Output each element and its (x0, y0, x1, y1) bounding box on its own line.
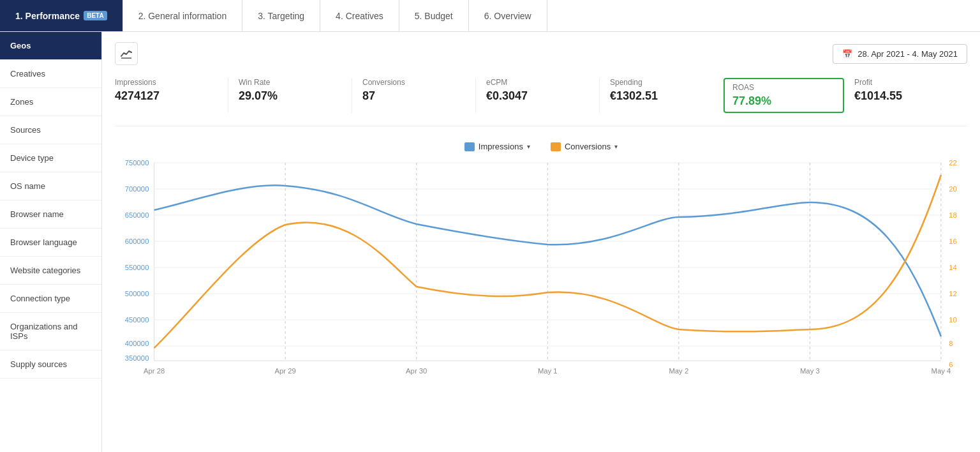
svg-text:14: 14 (949, 264, 957, 271)
metric-roas: ROAS 77.89% (724, 78, 844, 113)
svg-text:May 3: May 3 (800, 367, 820, 375)
conversions-value: 87 (362, 89, 465, 103)
profit-value: €1014.55 (854, 89, 957, 103)
chart-toggle-button[interactable] (115, 42, 138, 65)
svg-text:16: 16 (949, 237, 957, 245)
svg-text:May 1: May 1 (538, 367, 558, 375)
tab-overview[interactable]: 6. Overview (469, 0, 547, 31)
tab-general-label: 2. General information (138, 11, 227, 21)
sidebar-item-device-type[interactable]: Device type (0, 144, 101, 172)
svg-text:May 2: May 2 (669, 367, 688, 375)
legend-conversions-chevron: ▾ (614, 143, 618, 150)
spending-value: €1302.51 (610, 89, 713, 103)
sidebar-item-browser-language[interactable]: Browser language (0, 229, 101, 257)
svg-text:8: 8 (949, 340, 953, 347)
legend-impressions[interactable]: Impressions ▾ (464, 142, 530, 151)
conversions-label: Conversions (362, 78, 465, 87)
date-picker-button[interactable]: 📅 28. Apr 2021 - 4. May 2021 (833, 44, 967, 64)
svg-text:600000: 600000 (125, 237, 149, 245)
sidebar-item-zones[interactable]: Zones (0, 88, 101, 116)
svg-text:350000: 350000 (125, 354, 149, 362)
sidebar-item-geos[interactable]: Geos (0, 32, 101, 60)
svg-text:750000: 750000 (125, 159, 149, 167)
svg-text:18: 18 (949, 211, 957, 219)
main-layout: Geos Creatives Zones Sources Device type… (0, 32, 980, 452)
ecpm-value: €0.3047 (486, 89, 589, 103)
legend-impressions-chevron: ▾ (527, 143, 530, 150)
svg-text:20: 20 (949, 185, 957, 193)
legend-conversions-label: Conversions (565, 142, 611, 151)
svg-text:700000: 700000 (125, 185, 149, 193)
beta-badge: BETA (84, 11, 107, 20)
svg-text:Apr 30: Apr 30 (406, 367, 427, 375)
metric-conversions: Conversions 87 (352, 78, 476, 113)
svg-text:500000: 500000 (125, 290, 149, 298)
svg-text:450000: 450000 (125, 316, 149, 324)
legend-impressions-label: Impressions (479, 142, 523, 151)
svg-text:Apr 28: Apr 28 (144, 367, 165, 375)
date-range-label: 28. Apr 2021 - 4. May 2021 (858, 49, 958, 59)
tab-targeting-label: 3. Targeting (258, 11, 304, 21)
legend-dot-impressions (464, 142, 475, 151)
impressions-label: Impressions (115, 78, 218, 87)
sidebar-item-connection-type[interactable]: Connection type (0, 285, 101, 313)
sidebar-item-creatives[interactable]: Creatives (0, 60, 101, 88)
metrics-row: Impressions 4274127 Win Rate 29.07% Conv… (115, 78, 967, 126)
tab-overview-label: 6. Overview (484, 11, 531, 21)
tab-budget[interactable]: 5. Budget (399, 0, 469, 31)
metric-win-rate: Win Rate 29.07% (228, 78, 352, 113)
tab-performance[interactable]: 1. Performance BETA (0, 0, 123, 31)
svg-text:12: 12 (949, 290, 957, 298)
tab-budget-label: 5. Budget (415, 11, 453, 21)
chart-legend: Impressions ▾ Conversions ▾ (115, 142, 967, 151)
calendar-icon: 📅 (842, 49, 852, 59)
metric-ecpm: eCPM €0.3047 (476, 78, 600, 113)
sidebar: Geos Creatives Zones Sources Device type… (0, 32, 102, 452)
tab-creatives[interactable]: 4. Creatives (320, 0, 399, 31)
svg-text:400000: 400000 (125, 340, 149, 347)
legend-dot-conversions (551, 142, 561, 151)
sidebar-item-browser-name[interactable]: Browser name (0, 200, 101, 229)
metric-spending: Spending €1302.51 (600, 78, 724, 113)
tab-targeting[interactable]: 3. Targeting (242, 0, 320, 31)
roas-value: 77.89% (732, 94, 835, 108)
impressions-value: 4274127 (115, 89, 218, 103)
svg-text:10: 10 (949, 316, 957, 324)
sidebar-item-organizations-isps[interactable]: Organizations and ISPs (0, 313, 101, 350)
metric-profit: Profit €1014.55 (844, 78, 967, 113)
sidebar-item-sources[interactable]: Sources (0, 116, 101, 144)
sidebar-item-website-categories[interactable]: Website categories (0, 257, 101, 285)
svg-text:Apr 29: Apr 29 (275, 367, 296, 375)
tab-general-information[interactable]: 2. General information (123, 0, 243, 31)
svg-text:550000: 550000 (125, 264, 149, 271)
roas-label: ROAS (732, 83, 835, 92)
tab-performance-label: 1. Performance (15, 11, 80, 21)
sidebar-item-supply-sources[interactable]: Supply sources (0, 350, 101, 379)
svg-text:650000: 650000 (125, 211, 149, 219)
tab-creatives-label: 4. Creatives (336, 11, 383, 21)
sidebar-item-os-name[interactable]: OS name (0, 172, 101, 200)
svg-text:May 4: May 4 (932, 367, 951, 375)
profit-label: Profit (854, 78, 957, 87)
spending-label: Spending (610, 78, 713, 87)
win-rate-value: 29.07% (239, 89, 341, 103)
win-rate-label: Win Rate (239, 78, 341, 87)
content-area: 📅 28. Apr 2021 - 4. May 2021 Impressions… (102, 32, 980, 452)
top-navigation: 1. Performance BETA 2. General informati… (0, 0, 980, 32)
performance-chart: 750000 700000 650000 600000 550000 50000… (115, 156, 967, 393)
content-header: 📅 28. Apr 2021 - 4. May 2021 (115, 42, 967, 65)
svg-text:22: 22 (949, 159, 957, 167)
metric-impressions: Impressions 4274127 (115, 78, 228, 113)
ecpm-label: eCPM (486, 78, 589, 87)
legend-conversions[interactable]: Conversions ▾ (551, 142, 618, 151)
